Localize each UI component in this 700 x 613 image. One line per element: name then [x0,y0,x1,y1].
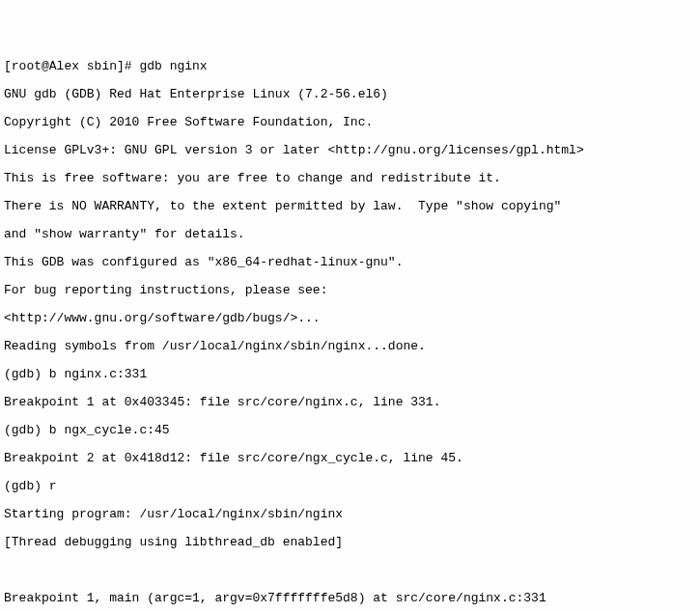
gdb-session-line: [Thread debugging using libthread_db ena… [4,535,343,549]
gdb-banner-line: GNU gdb (GDB) Red Hat Enterprise Linux (… [4,87,388,101]
gdb-banner-line: There is NO WARRANTY, to the extent perm… [4,199,561,213]
gdb-banner-line: Copyright (C) 2010 Free Software Foundat… [4,115,373,129]
gdb-session-line: Starting program: /usr/local/nginx/sbin/… [4,507,343,521]
gdb-banner-line: <http://www.gnu.org/software/gdb/bugs/>.… [4,311,321,325]
gdb-session-line: (gdb) r [4,479,57,493]
gdb-banner-line: This is free software: you are free to c… [4,171,501,185]
gdb-session-line: Breakpoint 1 at 0x403345: file src/core/… [4,395,440,409]
gdb-session-line: (gdb) b ngx_cycle.c:45 [4,423,170,437]
gdb-session-line: Breakpoint 2 at 0x418d12: file src/core/… [4,451,463,465]
gdb-session-line: (gdb) b nginx.c:331 [4,367,147,381]
gdb-banner-line: Reading symbols from /usr/local/nginx/sb… [4,339,426,353]
gdb-banner-line: and "show warranty" for details. [4,227,245,241]
gdb-banner-line: License GPLv3+: GNU GPL version 3 or lat… [4,143,584,157]
gdb-banner-line: This GDB was configured as "x86_64-redha… [4,255,403,269]
gdb-session-line: Breakpoint 1, main (argc=1, argv=0x7ffff… [4,591,546,605]
gdb-banner-line: For bug reporting instructions, please s… [4,283,327,297]
shell-prompt-line: [root@Alex sbin]# gdb nginx [4,59,208,73]
